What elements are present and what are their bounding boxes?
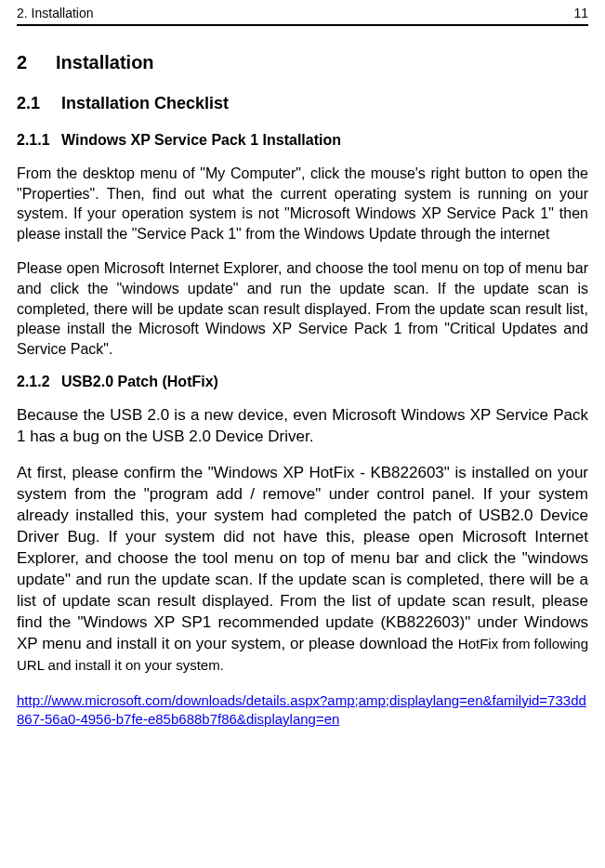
body-paragraph: Because the USB 2.0 is a new device, eve… — [17, 405, 588, 448]
section-title: Installation Checklist — [61, 94, 229, 112]
body-text-small: HotFix from — [458, 636, 531, 651]
section-heading: 2.1Installation Checklist — [17, 94, 588, 113]
chapter-heading: 2Installation — [17, 52, 588, 73]
subsection-number: 2.1.1 — [17, 132, 61, 149]
subsection-title: USB2.0 Patch (HotFix) — [61, 374, 218, 389]
header-page-number: 11 — [573, 6, 588, 20]
running-header: 2. Installation 11 — [17, 0, 588, 24]
header-rule — [17, 24, 588, 26]
body-text: At first, please confirm the "Windows XP… — [17, 464, 588, 652]
chapter-number: 2 — [17, 52, 56, 73]
subsection-number: 2.1.2 — [17, 374, 61, 390]
subsection-heading: 2.1.1Windows XP Service Pack 1 Installat… — [17, 132, 588, 149]
body-paragraph: Please open Microsoft Internet Explorer,… — [17, 258, 588, 359]
body-paragraph: At first, please confirm the "Windows XP… — [17, 463, 588, 676]
download-link[interactable]: http://www.microsoft.com/downloads/detai… — [17, 692, 586, 727]
body-paragraph: From the desktop menu of "My Computer", … — [17, 164, 588, 243]
section-number: 2.1 — [17, 94, 61, 113]
subsection-heading: 2.1.2USB2.0 Patch (HotFix) — [17, 374, 588, 390]
subsection-title: Windows XP Service Pack 1 Installation — [61, 132, 341, 148]
chapter-title: Installation — [56, 52, 154, 72]
header-left: 2. Installation — [17, 6, 94, 20]
